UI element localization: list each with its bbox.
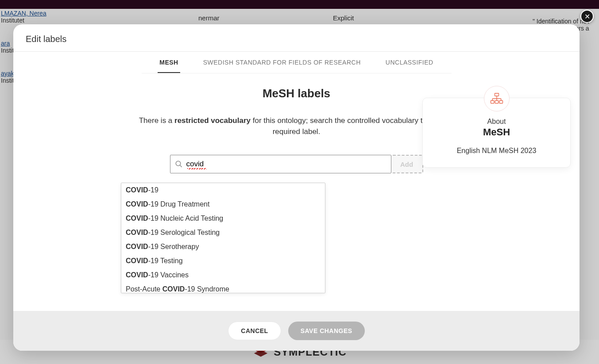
svg-rect-5 bbox=[499, 101, 503, 103]
svg-point-0 bbox=[176, 161, 181, 166]
svg-rect-3 bbox=[491, 101, 494, 103]
dropdown-option[interactable]: COVID-19 bbox=[121, 183, 325, 197]
modal-title: Edit labels bbox=[26, 34, 567, 44]
about-desc: English NLM MeSH 2023 bbox=[432, 147, 561, 155]
add-button[interactable]: Add bbox=[391, 155, 423, 173]
dropdown-option[interactable]: COVID-19 Vaccines bbox=[121, 268, 325, 282]
panel-description: There is a restricted vocabulary for thi… bbox=[133, 115, 460, 137]
dropdown-option[interactable]: Post-Acute COVID-19 Syndrome bbox=[121, 282, 325, 293]
close-button[interactable]: ✕ bbox=[580, 10, 594, 23]
modal-body: MESH SWEDISH STANDARD FOR FIELDS OF RESE… bbox=[13, 52, 580, 311]
desc-bold: restricted vocabulary bbox=[174, 116, 251, 125]
close-icon: ✕ bbox=[584, 12, 590, 21]
tab-swedish-standard[interactable]: SWEDISH STANDARD FOR FIELDS OF RESEARCH bbox=[201, 52, 363, 73]
search-icon bbox=[175, 160, 183, 168]
dropdown-option[interactable]: COVID-19 Testing bbox=[121, 254, 325, 268]
edit-labels-modal: Edit labels MESH SWEDISH STANDARD FOR FI… bbox=[13, 24, 580, 351]
about-card: About MeSH English NLM MeSH 2023 bbox=[422, 98, 571, 168]
tab-bar: MESH SWEDISH STANDARD FOR FIELDS OF RESE… bbox=[142, 52, 452, 73]
tab-unclassified[interactable]: UNCLASSIFIED bbox=[384, 52, 435, 73]
modal-header: Edit labels bbox=[13, 24, 580, 52]
desc-prefix: There is a bbox=[139, 116, 174, 125]
dropdown-option[interactable]: COVID-19 Drug Treatment bbox=[121, 197, 325, 211]
tab-mesh[interactable]: MESH bbox=[158, 52, 180, 73]
modal-footer: CANCEL SAVE CHANGES bbox=[13, 311, 580, 351]
search-input[interactable] bbox=[183, 160, 386, 169]
dropdown-scroll[interactable]: COVID-19 COVID-19 Drug Treatment COVID-1… bbox=[121, 183, 325, 293]
svg-line-1 bbox=[180, 165, 182, 168]
spellcheck-underline bbox=[187, 168, 207, 169]
save-changes-button[interactable]: SAVE CHANGES bbox=[288, 322, 365, 340]
dropdown-option[interactable]: COVID-19 Serotherapy bbox=[121, 240, 325, 254]
search-box bbox=[170, 155, 391, 173]
cancel-button[interactable]: CANCEL bbox=[228, 322, 281, 340]
svg-rect-4 bbox=[495, 101, 499, 103]
about-label: About bbox=[432, 118, 561, 126]
autocomplete-dropdown: COVID-19 COVID-19 Drug Treatment COVID-1… bbox=[121, 183, 325, 293]
about-name: MeSH bbox=[432, 126, 561, 138]
dropdown-option[interactable]: COVID-19 Nucleic Acid Testing bbox=[121, 211, 325, 226]
svg-rect-2 bbox=[495, 93, 499, 96]
dropdown-option[interactable]: COVID-19 Serological Testing bbox=[121, 226, 325, 240]
hierarchy-icon bbox=[484, 86, 510, 111]
